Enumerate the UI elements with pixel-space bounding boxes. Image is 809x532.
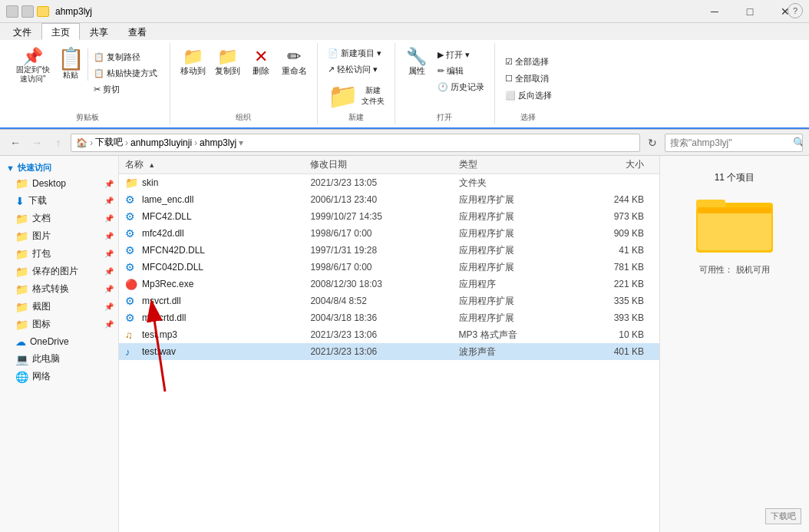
delete-icon: ✕: [254, 48, 268, 65]
cut-button[interactable]: ✂ 剪切: [90, 82, 161, 97]
properties-button[interactable]: 🔧 属性: [401, 46, 432, 79]
tab-share[interactable]: 共享: [80, 23, 118, 40]
select-label: 选择: [520, 111, 536, 124]
address-path[interactable]: 🏠 › 下载吧 › anhump3luyinji › ahmp3lyj ▾: [71, 134, 640, 152]
dll-icon-mfc42d: ⚙: [125, 227, 139, 240]
file-date-mfco42d: 1998/6/17 0:00: [310, 262, 458, 273]
docs-folder-icon: 📁: [15, 213, 28, 225]
availability-value: 脱机可用: [736, 265, 770, 274]
dll-icon-mfco42d: ⚙: [125, 261, 139, 273]
paste-shortcut-icon: 📋: [94, 68, 104, 78]
move-to-button[interactable]: 📁 移动到: [177, 46, 210, 79]
tab-file[interactable]: 文件: [3, 23, 41, 40]
copy-button[interactable]: 📋 粘贴 📋 复制路径 📋 粘贴快捷方式: [55, 46, 163, 99]
dll-icon-mfc42: ⚙: [125, 210, 139, 223]
up-button[interactable]: ↑: [49, 134, 68, 152]
move-icon: 📁: [183, 48, 203, 65]
easy-access-button[interactable]: ↗ 轻松访问 ▾: [324, 62, 381, 77]
open-button[interactable]: ▶ 打开 ▾: [434, 48, 488, 62]
sidebar-item-pack[interactable]: 📁 打包 📌: [0, 245, 118, 263]
watermark: 下载吧: [765, 508, 801, 524]
sidebar-item-format[interactable]: 📁 格式转换 📌: [0, 280, 118, 298]
file-size-mfc42: 973 KB: [570, 211, 653, 222]
file-row-testwav[interactable]: ♪ test.wav 2021/3/23 13:06 波形声音 401 KB: [119, 343, 659, 360]
dll-icon-lame: ⚙: [125, 193, 139, 206]
sidebar-item-thispc[interactable]: 💻 此电脑: [0, 350, 118, 368]
file-type-testwav: 波形声音: [459, 345, 570, 359]
file-row-mfcn42d[interactable]: ⚙ MFCN42D.DLL 1997/1/31 19:28 应用程序扩展 41 …: [119, 242, 659, 259]
new-folder-button[interactable]: 📁 新建文件夹: [324, 81, 388, 111]
file-row-msvcrt[interactable]: ⚙ msvcrt.dll 2004/8/4 8:52 应用程序扩展 335 KB: [119, 292, 659, 309]
history-button[interactable]: 🕐 历史记录: [434, 80, 488, 94]
file-row-testmp3[interactable]: ♫ test.mp3 2021/3/23 13:06 MP3 格式声音 10 K…: [119, 326, 659, 343]
search-icon[interactable]: 🔍: [790, 137, 803, 148]
sidebar-item-icons[interactable]: 📁 图标 📌: [0, 316, 118, 333]
path-segment-2[interactable]: anhump3luyinji: [130, 137, 192, 148]
col-header-type[interactable]: 类型: [459, 158, 570, 171]
tab-view[interactable]: 查看: [118, 23, 157, 40]
sidebar-item-docs[interactable]: 📁 文档 📌: [0, 210, 118, 227]
quick-access-label[interactable]: ▼ 快速访问: [0, 159, 118, 175]
file-row-skin[interactable]: 📁 skin 2021/3/23 13:05 文件夹: [119, 174, 659, 191]
saved-pics-icon: 📁: [15, 266, 28, 278]
file-row-mp3rec[interactable]: 🔴 Mp3Rec.exe 2008/12/30 18:03 应用程序 221 K…: [119, 276, 659, 292]
help-button[interactable]: ?: [788, 3, 803, 18]
deselect-all-button[interactable]: ☐ 全部取消: [501, 71, 553, 86]
copy-to-button[interactable]: 📁 复制到: [211, 46, 244, 79]
maximize-button[interactable]: □: [732, 0, 768, 23]
clipboard-label: 剪贴板: [76, 111, 99, 124]
icons-label: 图标: [32, 318, 51, 331]
delete-button[interactable]: ✕ 删除: [246, 46, 276, 79]
search-input[interactable]: [665, 137, 790, 148]
saved-pics-label: 保存的图片: [32, 265, 78, 278]
sidebar-item-download[interactable]: ⬇ 下载 📌: [0, 192, 118, 210]
pack-folder-icon: 📁: [15, 248, 28, 260]
ribbon-content: 📌 固定到"快速访问" 📋 粘贴 📋: [0, 40, 809, 129]
new-item-button[interactable]: 📄 新建项目 ▾: [324, 46, 385, 61]
sidebar-item-saved-pics[interactable]: 📁 保存的图片 📌: [0, 263, 118, 280]
col-header-size[interactable]: 大小: [570, 158, 653, 171]
forward-button[interactable]: →: [28, 134, 46, 152]
sidebar-item-network[interactable]: 🌐 网络: [0, 368, 118, 385]
pack-label: 打包: [32, 247, 51, 260]
file-row-mfc42[interactable]: ⚙ MFC42.DLL 1999/10/27 14:35 应用程序扩展 973 …: [119, 208, 659, 225]
download-icon: ⬇: [15, 195, 25, 207]
back-button[interactable]: ←: [6, 134, 25, 152]
invert-select-button[interactable]: ⬜ 反向选择: [501, 88, 556, 103]
rename-button[interactable]: ✏ 重命名: [278, 46, 311, 79]
pin-quickaccess-button[interactable]: 📌 固定到"快速访问": [12, 46, 54, 86]
sidebar-item-desktop[interactable]: 📁 Desktop 📌: [0, 175, 118, 192]
sidebar-item-screenshot[interactable]: 📁 截图 📌: [0, 298, 118, 316]
sidebar-item-onedrive[interactable]: ☁ OneDrive: [0, 333, 118, 350]
cut-icon: ✂: [94, 84, 101, 94]
file-row-msvcrtd[interactable]: ⚙ msvcrtd.dll 2004/3/18 18:36 应用程序扩展 393…: [119, 309, 659, 326]
mp3-icon: ♫: [125, 329, 139, 341]
file-row-lame[interactable]: ⚙ lame_enc.dll 2006/1/13 23:40 应用程序扩展 24…: [119, 191, 659, 208]
file-date-msvcrt: 2004/8/4 8:52: [310, 296, 458, 306]
column-headers: 名称 ▲ 修改日期 类型 大小: [119, 156, 659, 174]
copy-path-button[interactable]: 📋 复制路径: [90, 50, 161, 64]
file-date-testwav: 2021/3/23 13:06: [310, 346, 458, 357]
icons-folder-icon: 📁: [15, 319, 28, 331]
path-segment-1[interactable]: 下载吧: [95, 136, 123, 149]
col-header-date[interactable]: 修改日期: [310, 158, 458, 171]
new-label: 新建: [348, 111, 364, 124]
select-all-button[interactable]: ☑ 全部选择: [501, 55, 553, 69]
path-segment-3[interactable]: ahmp3lyj: [200, 137, 236, 148]
tab-home[interactable]: 主页: [41, 23, 80, 40]
file-type-msvcrtd: 应用程序扩展: [459, 312, 570, 325]
col-header-name[interactable]: 名称 ▲: [125, 158, 310, 171]
sidebar-item-pics[interactable]: 📁 图片 📌: [0, 227, 118, 245]
file-row-mfc42d[interactable]: ⚙ mfc42d.dll 1998/6/17 0:00 应用程序扩展 909 K…: [119, 225, 659, 242]
paste-shortcut-button[interactable]: 📋 粘贴快捷方式: [90, 66, 161, 81]
copy-icon: 📋: [94, 52, 104, 62]
pin-icon: 📌: [22, 48, 43, 65]
refresh-button[interactable]: ↻: [643, 134, 662, 152]
format-label: 格式转换: [32, 283, 69, 296]
minimize-button[interactable]: ─: [697, 0, 732, 23]
docs-pin: 📌: [104, 214, 114, 223]
edit-button[interactable]: ✏ 编辑: [434, 64, 488, 78]
title-bar: ahmp3lyj ─ □ ✕: [0, 0, 809, 23]
file-name-mfc42: ⚙ MFC42.DLL: [125, 210, 310, 223]
file-row-mfco42d[interactable]: ⚙ MFC042D.DLL 1998/6/17 0:00 应用程序扩展 781 …: [119, 259, 659, 276]
